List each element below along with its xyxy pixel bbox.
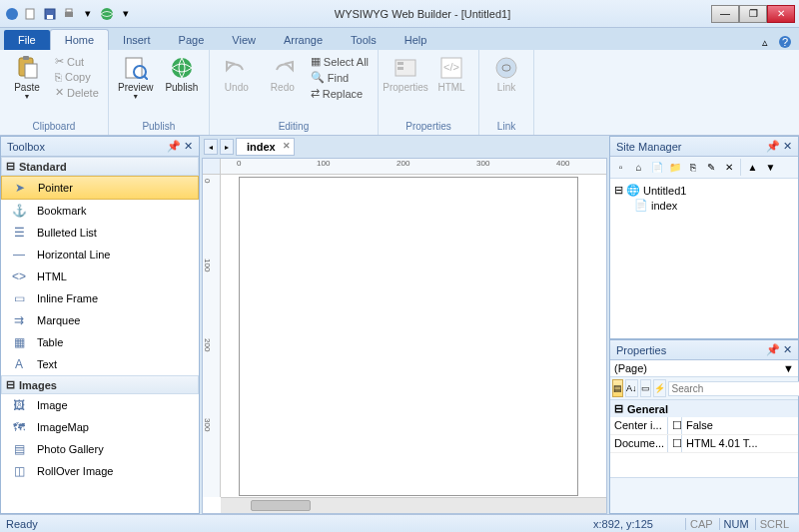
- checkbox-icon[interactable]: ☐: [668, 417, 682, 434]
- app-icon[interactable]: [4, 6, 20, 22]
- toolbox-category-standard[interactable]: ⊟Standard: [1, 157, 199, 176]
- svg-line-14: [144, 76, 148, 80]
- checkbox-icon[interactable]: ☐: [668, 435, 682, 452]
- tab-view[interactable]: View: [218, 30, 270, 50]
- scrollbar-thumb[interactable]: [251, 500, 311, 511]
- move-up-icon[interactable]: ▲: [744, 159, 761, 176]
- redo-button[interactable]: Redo: [262, 54, 304, 95]
- link-button[interactable]: Link: [485, 54, 527, 95]
- select-all-button[interactable]: ▦Select All: [308, 54, 372, 69]
- properties-button[interactable]: Properties: [385, 54, 426, 95]
- lightning-icon[interactable]: ⚡: [653, 379, 666, 397]
- tab-next-button[interactable]: ▸: [220, 139, 234, 155]
- toolbox-item-horizontal-line[interactable]: —Horizontal Line: [1, 244, 199, 266]
- tab-page[interactable]: Page: [165, 30, 219, 50]
- tab-home[interactable]: Home: [50, 29, 109, 50]
- html-button[interactable]: </> HTML: [430, 54, 472, 95]
- toolbox-item-bulleted-list[interactable]: ☰Bulleted List: [1, 222, 199, 244]
- toolbox-item-imagemap[interactable]: 🗺ImageMap: [1, 416, 199, 438]
- property-row[interactable]: Center i... ☐ False: [610, 417, 798, 435]
- pin-icon[interactable]: 📌: [766, 343, 780, 356]
- toolbox-item-image[interactable]: 🖼Image: [1, 394, 199, 416]
- close-tab-icon[interactable]: ✕: [283, 141, 291, 151]
- property-row[interactable]: Docume... ☐ HTML 4.01 T...: [610, 435, 798, 453]
- toolbox-item-table[interactable]: ▦Table: [1, 331, 199, 353]
- ribbon-group-publish: Preview▼ Publish Publish: [109, 50, 210, 135]
- horizontal-scrollbar[interactable]: [221, 497, 606, 513]
- find-button[interactable]: 🔍Find: [308, 70, 372, 85]
- new-site-icon[interactable]: ▫: [612, 159, 629, 176]
- minimize-button[interactable]: —: [711, 5, 739, 23]
- file-menu[interactable]: File: [4, 30, 50, 50]
- qat-dropdown-icon[interactable]: ▾: [80, 6, 96, 22]
- tree-page-index[interactable]: 📄 index: [634, 198, 794, 213]
- pin-icon[interactable]: 📌: [766, 140, 780, 153]
- cut-button[interactable]: ✂Cut: [52, 54, 102, 69]
- tab-prev-button[interactable]: ◂: [204, 139, 218, 155]
- delete-page-icon[interactable]: ✕: [720, 159, 737, 176]
- close-panel-icon[interactable]: ✕: [783, 343, 792, 356]
- properties-title: Properties: [616, 344, 666, 356]
- toolbox-item-bookmark[interactable]: ⚓Bookmark: [1, 200, 199, 222]
- categorized-icon[interactable]: ▤: [612, 379, 623, 397]
- save-icon[interactable]: [42, 6, 58, 22]
- collapse-icon[interactable]: ⊟: [614, 184, 623, 197]
- delete-button[interactable]: ✕Delete: [52, 85, 102, 100]
- document-tab-index[interactable]: index ✕: [236, 138, 295, 156]
- pin-icon[interactable]: 📌: [167, 140, 181, 153]
- globe-icon[interactable]: [99, 6, 115, 22]
- close-panel-icon[interactable]: ✕: [184, 140, 193, 153]
- properties-object-selector[interactable]: (Page) ▼: [610, 360, 798, 377]
- tab-insert[interactable]: Insert: [109, 30, 165, 50]
- rollover-icon: ◫: [11, 464, 27, 478]
- tab-arrange[interactable]: Arrange: [270, 30, 337, 50]
- publish-button[interactable]: Publish: [161, 54, 203, 95]
- toolbox-item-pointer[interactable]: ➤Pointer: [1, 176, 199, 200]
- property-pages-icon[interactable]: ▭: [640, 379, 651, 397]
- toolbox-item-inline-frame[interactable]: ▭Inline Frame: [1, 287, 199, 309]
- undo-icon: [225, 56, 249, 80]
- close-panel-icon[interactable]: ✕: [783, 140, 792, 153]
- design-canvas[interactable]: 0 100 200 300 400 0 100 200 300: [202, 158, 607, 514]
- collapse-icon: ⊟: [614, 402, 623, 415]
- page-surface[interactable]: [239, 177, 578, 496]
- close-button[interactable]: ✕: [767, 5, 795, 23]
- move-down-icon[interactable]: ▼: [762, 159, 779, 176]
- toolbox-item-text[interactable]: AText: [1, 353, 199, 375]
- replace-button[interactable]: ⇄Replace: [308, 86, 372, 101]
- home-icon[interactable]: ⌂: [630, 159, 647, 176]
- tab-help[interactable]: Help: [391, 30, 441, 50]
- paste-button[interactable]: Paste▼: [6, 54, 48, 103]
- properties-category-general[interactable]: ⊟General: [610, 400, 798, 417]
- group-label-publish: Publish: [115, 120, 203, 133]
- tab-tools[interactable]: Tools: [337, 30, 391, 50]
- svg-rect-3: [47, 15, 53, 19]
- properties-toolbar: ▤ A↓ ▭ ⚡: [610, 377, 798, 400]
- copy-page-icon[interactable]: ⎘: [684, 159, 701, 176]
- preview-button[interactable]: Preview▼: [115, 54, 157, 103]
- new-icon[interactable]: [23, 6, 39, 22]
- toolbox-item-marquee[interactable]: ⇉Marquee: [1, 309, 199, 331]
- ribbon-group-link: Link Link: [479, 50, 534, 135]
- alphabetical-icon[interactable]: A↓: [625, 379, 638, 397]
- help-icon[interactable]: ?: [777, 34, 793, 50]
- toolbox-item-photo-gallery[interactable]: ▤Photo Gallery: [1, 438, 199, 460]
- print-icon[interactable]: [61, 6, 77, 22]
- properties-search-input[interactable]: [668, 381, 799, 396]
- toolbox-header: Toolbox 📌✕: [1, 137, 199, 157]
- new-page-icon[interactable]: 📄: [648, 159, 665, 176]
- paste-icon: [15, 56, 39, 80]
- undo-button[interactable]: Undo: [216, 54, 258, 95]
- toolbox-item-html[interactable]: <>HTML: [1, 266, 199, 287]
- toolbox-item-rollover-image[interactable]: ◫RollOver Image: [1, 460, 199, 482]
- qat-dropdown2-icon[interactable]: ▾: [118, 6, 134, 22]
- toolbox-category-images[interactable]: ⊟Images: [1, 375, 199, 394]
- edit-icon[interactable]: ✎: [702, 159, 719, 176]
- maximize-button[interactable]: ❐: [739, 5, 767, 23]
- new-folder-icon[interactable]: 📁: [666, 159, 683, 176]
- canvas-area: ◂ ▸ index ✕ 0 100 200 300 400 0 100 200 …: [200, 136, 609, 514]
- minimize-ribbon-icon[interactable]: ▵: [757, 34, 773, 50]
- svg-rect-5: [66, 9, 72, 12]
- tree-root[interactable]: ⊟ 🌐 Untitled1: [614, 183, 794, 198]
- copy-button[interactable]: ⎘Copy: [52, 70, 102, 84]
